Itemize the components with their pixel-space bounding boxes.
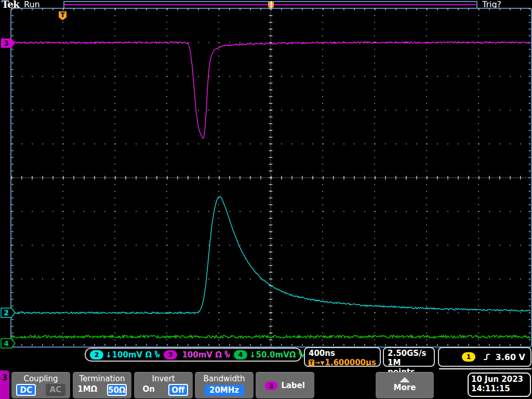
timebase-value: 400ns (309, 349, 376, 358)
channel-2-badge[interactable]: 2 (90, 350, 103, 360)
channel-2-marker[interactable]: 2 (1, 308, 16, 318)
more-up-icon (400, 377, 410, 382)
graticule (10, 8, 532, 348)
option-off[interactable]: Off (168, 384, 188, 396)
channel-4-badge[interactable]: 4 (234, 350, 247, 360)
label-channel-badge: 3 (265, 381, 277, 390)
menu-termination-button[interactable]: Termination 1MΩ 50Ω (73, 372, 131, 398)
menu-bandwidth-button[interactable]: Bandwidth 20MHz (195, 372, 254, 398)
trigger-readout: 1 3.60 V (438, 347, 531, 367)
channel-3-badge[interactable]: 3 (164, 350, 177, 360)
menu-label-button[interactable]: 3 Label (256, 372, 314, 398)
acquisition-bar (63, 1, 477, 8)
menu-title: Coupling (11, 373, 70, 383)
channel-3-scale: 100mV Ω (179, 350, 222, 360)
option-1mohm[interactable]: 1MΩ (77, 384, 97, 396)
menu-title: Invert (134, 373, 193, 383)
termination-symbol: Ω (215, 350, 222, 360)
trigger-level: 3.60 V (496, 352, 525, 362)
menu-separator-line (439, 368, 531, 369)
termination-symbol: Ω (145, 350, 152, 360)
acquisition-readout: 2.50GS/s 1M points (383, 347, 435, 367)
menu-title: Termination (73, 373, 131, 383)
trigger-t-badge: T (309, 360, 314, 366)
channel-readouts: 2 ↓100mV Ω BW 3 100mV Ω BW 4 ↓50.0mVΩ BW (85, 348, 302, 362)
channel-menu-tab[interactable]: 3 (0, 370, 9, 399)
more-label: More (376, 383, 434, 392)
bandwidth-limit-icon: BW (154, 352, 159, 358)
channel-2-scale: ↓100mV Ω (105, 350, 152, 360)
bandwidth-limit-icon: BW (224, 352, 230, 358)
delay-arrow-icon: → (315, 359, 320, 366)
svg-text:2: 2 (4, 309, 9, 317)
termination-symbol: Ω (289, 350, 296, 360)
oscilloscope-screen: Tek Run Trig? T 3 2 4 2 ↓100mV Ω BW 3 10… (0, 0, 532, 399)
date-text: 10 Jun 2023 (471, 375, 530, 384)
bandwidth-limit-icon: BW (299, 352, 304, 358)
sample-rate: 2.50GS/s (388, 349, 430, 358)
rising-edge-icon (483, 353, 491, 361)
menu-coupling-button[interactable]: Coupling DC AC (11, 372, 70, 398)
horizontal-readout: 400ns T→▼1.600000µs (304, 347, 381, 367)
time-text: 14:11:15 (471, 384, 530, 393)
datetime-box: 10 Jun 2023 14:11:15 (468, 373, 531, 397)
delay-value: 1.600000µs (325, 358, 376, 367)
bandwidth-value: 20MHz (205, 385, 244, 396)
menu-title: Bandwidth (195, 373, 254, 383)
channel-4-marker[interactable]: 4 (1, 338, 16, 349)
menu-more-button[interactable]: More (376, 372, 434, 398)
trigger-source-badge: 1 (462, 352, 475, 362)
delay-marker-icon: ▼ (321, 360, 325, 366)
svg-text:4: 4 (4, 339, 9, 348)
option-50ohm[interactable]: 50Ω (107, 384, 127, 396)
svg-text:3: 3 (4, 39, 9, 47)
option-ac[interactable]: AC (46, 384, 65, 396)
option-dc[interactable]: DC (16, 384, 36, 396)
trigger-position-marker-icon[interactable] (268, 2, 274, 8)
menu-invert-button[interactable]: Invert On Off (134, 372, 193, 398)
label-text: Label (281, 381, 305, 390)
channel-3-marker[interactable]: 3 (1, 38, 16, 48)
option-on[interactable]: On (139, 384, 158, 396)
channel-4-scale: ↓50.0mVΩ (249, 350, 296, 360)
